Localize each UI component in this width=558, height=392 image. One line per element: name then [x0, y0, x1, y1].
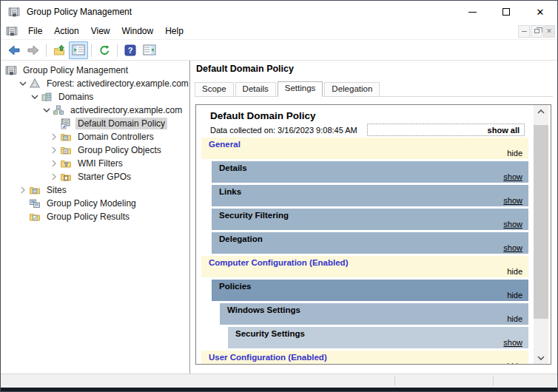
scroll-up-button[interactable] [534, 105, 548, 118]
scrollbar-thumb[interactable] [534, 125, 548, 319]
tree-item-label: Group Policy Modeling [44, 197, 138, 209]
mdi-window-buttons: ✕ [518, 25, 555, 38]
expander-expanded-icon[interactable] [41, 104, 53, 116]
menu-file[interactable]: File [22, 24, 48, 38]
tab-scope[interactable]: Scope [195, 82, 234, 96]
forward-button[interactable] [24, 41, 43, 59]
tab-settings[interactable]: Settings [278, 81, 323, 97]
tree-item-domains[interactable]: Domains [1, 90, 189, 104]
tree-item-starter-gpos[interactable]: Starter GPOs [1, 170, 189, 183]
toolbar-separator [46, 44, 47, 57]
show-link[interactable]: show [503, 243, 522, 252]
domains-icon [41, 91, 53, 103]
title-bar: Group Policy Management ✕ [1, 1, 557, 23]
show-all-label: show all [488, 126, 520, 135]
expander-expanded-icon[interactable] [29, 91, 41, 103]
tree-item-label: WMI Filters [75, 158, 125, 169]
section-user-configuration: User Configuration (Enabled) hide [201, 351, 528, 364]
section-title: General [209, 140, 241, 149]
details-pane: Default Domain Policy Scope Details Sett… [191, 61, 557, 374]
show-action-pane-button[interactable] [140, 41, 159, 59]
show-console-tree-button[interactable] [69, 41, 88, 59]
menu-help[interactable]: Help [159, 24, 189, 38]
hide-link[interactable]: hide [507, 291, 522, 300]
refresh-button[interactable] [95, 41, 114, 59]
chevron-up-icon [537, 109, 545, 115]
expander-expanded-icon[interactable] [17, 78, 29, 89]
section-title: Security Settings [235, 329, 305, 338]
tree-item-forest[interactable]: Forest: activedirectory.example.com [1, 77, 189, 90]
tree-item-domain-controllers[interactable]: Domain Controllers [1, 130, 189, 143]
tree-item-label: Starter GPOs [75, 171, 133, 183]
scroll-down-button[interactable] [534, 351, 548, 364]
tree-item-label: Group Policy Objects [75, 144, 164, 156]
mdi-minimize-button[interactable] [518, 25, 530, 38]
tree-item-group-policy-modeling[interactable]: Group Policy Modeling [1, 197, 189, 210]
menu-window[interactable]: Window [116, 24, 160, 38]
settings-report-frame: Default Domain Policy Data collected on:… [195, 104, 551, 365]
tab-delegation[interactable]: Delegation [324, 82, 380, 96]
minimize-button[interactable] [455, 1, 489, 23]
folder-ou-icon [60, 131, 72, 143]
back-button[interactable] [4, 41, 24, 59]
svg-text:?: ? [128, 46, 133, 55]
hide-link[interactable]: hide [507, 362, 522, 364]
show-link[interactable]: show [503, 172, 522, 181]
data-collected-text: Data collected on: 3/16/2023 9:08:45 AM [210, 126, 357, 135]
mdi-close-button[interactable]: ✕ [543, 25, 555, 38]
expander-collapsed-icon[interactable] [17, 184, 29, 196]
tree-item-wmi-filters[interactable]: WMI Filters [1, 157, 189, 170]
expander-spacer [17, 197, 29, 209]
tab-strip: Scope Details Settings Delegation [195, 81, 553, 97]
forward-arrow-icon [27, 44, 40, 56]
help-button[interactable]: ? [121, 41, 140, 59]
menu-action[interactable]: Action [48, 24, 84, 38]
section-title: Security Filtering [219, 211, 289, 220]
hide-link[interactable]: hide [507, 267, 522, 276]
expander-collapsed-icon[interactable] [48, 171, 60, 183]
maximize-icon [502, 8, 510, 16]
tree-item-domain[interactable]: activedirectory.example.com [1, 104, 189, 117]
page-title: Default Domain Policy [196, 64, 294, 74]
section-title: Delegation [219, 234, 263, 243]
report-scrollbar[interactable] [531, 105, 551, 364]
gpmc-console-icon [6, 25, 18, 37]
menu-bar: File Action View Window Help ✕ [1, 23, 557, 40]
minimize-icon [468, 12, 477, 13]
section-title: Computer Configuration (Enabled) [209, 258, 348, 267]
expander-collapsed-icon[interactable] [48, 144, 60, 156]
window-title: Group Policy Management [27, 7, 132, 17]
section-computer-configuration: Computer Configuration (Enabled) hide [201, 256, 528, 277]
mdi-restore-button[interactable] [531, 25, 542, 38]
tree-item-sites[interactable]: Sites [1, 183, 189, 197]
show-link[interactable]: show [503, 338, 522, 347]
hide-link[interactable]: hide [507, 149, 522, 158]
expander-collapsed-icon[interactable] [48, 131, 60, 143]
status-separator [394, 376, 395, 385]
section-title: Links [219, 187, 241, 196]
forest-icon [29, 78, 41, 89]
tree-item-gpmc-root[interactable]: Group Policy Management [1, 64, 189, 77]
menu-view[interactable]: View [85, 24, 116, 38]
show-all-button[interactable]: show all [367, 124, 525, 136]
up-one-level-button[interactable] [50, 41, 69, 59]
section-links: Links show [212, 185, 528, 206]
show-link[interactable]: show [503, 196, 522, 205]
maximize-button[interactable] [489, 1, 523, 23]
section-windows-settings: Windows Settings hide [220, 303, 528, 325]
tree-item-group-policy-results[interactable]: Group Policy Results [1, 210, 189, 223]
chevron-down-icon [537, 355, 545, 361]
section-security-settings: Security Settings show [228, 327, 528, 348]
refresh-icon [98, 44, 111, 56]
show-link[interactable]: show [503, 220, 522, 229]
tree-item-default-domain-policy[interactable]: Default Domain Policy [1, 117, 189, 130]
tree-item-label: Sites [44, 184, 69, 196]
tree-item-group-policy-objects[interactable]: Group Policy Objects [1, 143, 189, 157]
tab-details[interactable]: Details [235, 82, 276, 96]
section-general: General hide [201, 138, 528, 159]
domain-icon [53, 104, 64, 116]
hide-link[interactable]: hide [507, 314, 522, 323]
close-button[interactable]: ✕ [523, 1, 557, 23]
expander-collapsed-icon[interactable] [48, 158, 60, 169]
section-details: Details show [212, 161, 528, 183]
